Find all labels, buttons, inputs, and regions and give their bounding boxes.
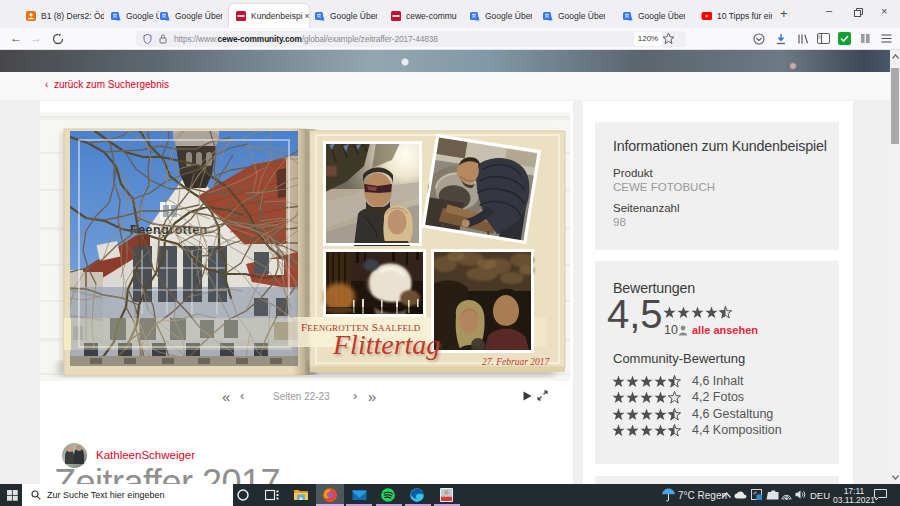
svg-text:Flittertag: Flittertag xyxy=(332,329,440,360)
svg-text:27. Februar 2017: 27. Februar 2017 xyxy=(482,357,551,367)
